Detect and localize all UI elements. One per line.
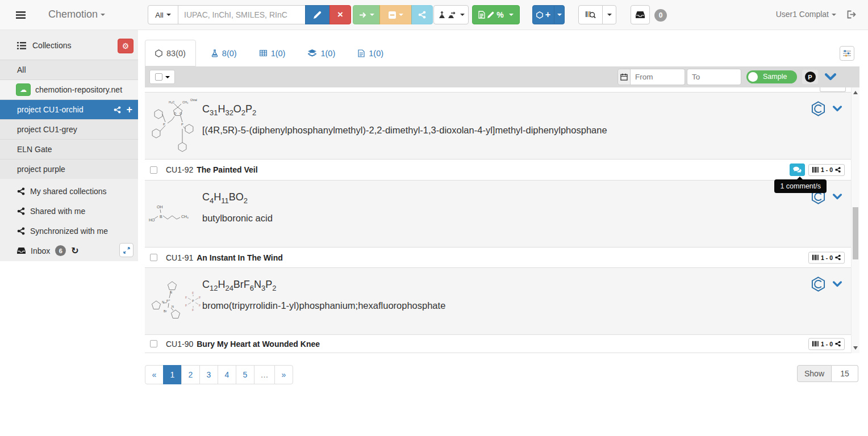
select-all-checkbox[interactable] [155, 73, 162, 81]
page-3[interactable]: 3 [199, 365, 218, 384]
sidebar-item-my-shared-collections[interactable]: My shared collections [0, 181, 138, 201]
refresh-icon[interactable]: ↻ [71, 246, 78, 255]
date-from-input[interactable] [631, 69, 685, 85]
collapse-filter-icon[interactable] [825, 73, 836, 81]
sidebar-link-label: Synchronized with me [30, 227, 108, 236]
select-all-dropdown[interactable] [149, 70, 175, 84]
calendar-icon[interactable] [617, 69, 631, 85]
inbox-button[interactable] [631, 5, 650, 24]
create-sample-button[interactable]: + [532, 5, 554, 24]
clear-search-button[interactable]: × [329, 5, 351, 24]
inbox-expand-button[interactable] [119, 243, 133, 257]
comment-button[interactable] [790, 164, 805, 176]
chevron-down-icon[interactable] [833, 106, 842, 112]
share-icon[interactable] [114, 106, 121, 114]
product-filter-button[interactable]: P [802, 70, 818, 84]
hamburger-icon[interactable] [16, 11, 26, 19]
logout-icon[interactable] [847, 10, 857, 19]
search-input[interactable] [178, 5, 306, 24]
sidebar-item-project-cu1-grey[interactable]: project CU1-grey [0, 119, 138, 139]
molecule-row[interactable]: NNN P⁺Br P FFFFFF C12H24BrF6N3P2 [145, 268, 851, 335]
sample-checkbox[interactable] [150, 254, 157, 261]
sample-row[interactable]: CU1-91An Instant In The Wind 1 - 0 [145, 248, 851, 268]
sidebar-item-project-cu1-orchid[interactable]: project CU1-orchid + [0, 99, 138, 119]
sidebar-item-inbox[interactable]: Inbox 6 ↻ [0, 241, 138, 261]
hexagon-icon [536, 11, 543, 19]
sample-row[interactable]: CU1-90Bury My Heart at Wounded Knee 1 - … [145, 335, 851, 353]
toggle-label: Sample [763, 73, 787, 81]
scanner-group [578, 5, 616, 24]
molecule-row[interactable]: PP OO H₃CCH₃ Chiral C31H32O2P2 [(4R,5R)-… [145, 93, 851, 160]
chevron-down-icon[interactable] [833, 194, 842, 200]
analyses-badge-button[interactable]: 1 - 0 [808, 164, 845, 176]
tab-wellplates[interactable]: 1(0) [251, 40, 294, 66]
gear-icon: ⚙ [122, 41, 130, 51]
date-to-input[interactable] [687, 69, 741, 85]
scanner-menu-button[interactable] [602, 5, 616, 24]
page-size-group: Show [797, 365, 858, 382]
export-import-button[interactable] [433, 5, 469, 24]
scroll-down-arrow[interactable] [853, 346, 858, 350]
share-button[interactable] [411, 5, 433, 24]
svg-text:F: F [185, 304, 187, 307]
sample-row[interactable]: CU1-92The Painted Veil 1 - 0 1 comment/s [145, 160, 851, 181]
page-1[interactable]: 1 [163, 365, 182, 384]
collection-label: project CU1-orchid [17, 105, 84, 114]
sidebar-item-eln-gate[interactable]: ELN Gate [0, 139, 138, 159]
page-next[interactable]: » [274, 365, 293, 384]
sidebar-item-repository[interactable]: ☁ chemotion-repository.net [0, 79, 138, 99]
sidebar-item-project-purple[interactable]: project purple [0, 159, 138, 179]
barcode-scan-button[interactable] [578, 5, 603, 24]
molecule-name: bromo(tripyrrolidin-1-yl)phosphanium;hex… [202, 300, 445, 311]
brand-menu[interactable]: Chemotion [48, 9, 105, 20]
create-menu-button[interactable] [554, 5, 565, 24]
export-import-group [433, 5, 469, 24]
remove-from-collection-button[interactable] [379, 5, 412, 24]
sample-checkbox[interactable] [150, 340, 157, 347]
collection-settings-button[interactable]: ⚙ [118, 39, 133, 53]
user-menu[interactable]: User1 Complat [776, 10, 836, 19]
sidebar-item-all[interactable]: All [0, 60, 138, 79]
page-2[interactable]: 2 [181, 365, 200, 384]
molecule-row[interactable]: OHBHOCH₃ C4H11BO2 butylboronic acid [145, 181, 851, 248]
analyses-badge-button[interactable]: 1 - 0 [808, 338, 845, 350]
sidebar-item-synchronized-with-me[interactable]: Synchronized with me [0, 221, 138, 241]
barcode-icon [812, 255, 819, 261]
page-ellipsis[interactable]: … [254, 365, 275, 384]
page-4[interactable]: 4 [218, 365, 236, 384]
analyses-badge-button[interactable]: 1 - 0 [808, 251, 845, 263]
molecule-hexagon-icon[interactable] [811, 276, 825, 292]
chevron-down-icon[interactable] [833, 281, 842, 287]
chevron-down-icon [557, 14, 562, 16]
tab-research-plans[interactable]: 1(0) [349, 40, 392, 66]
move-to-collection-button[interactable] [353, 5, 380, 24]
list-icon[interactable] [17, 42, 26, 49]
scrollbar-thumb[interactable] [853, 207, 858, 259]
tab-reactions[interactable]: 8(0) [203, 40, 245, 66]
page-5[interactable]: 5 [236, 365, 254, 384]
list-scrollbar[interactable] [851, 87, 859, 353]
chevron-down-icon [101, 14, 105, 16]
svg-text:F: F [185, 296, 187, 299]
svg-text:P⁺: P⁺ [166, 299, 170, 303]
element-tabs: 83(0) 8(0) 1(0) 1(0) 1(0) [145, 40, 392, 66]
sample-checkbox[interactable] [150, 166, 157, 174]
arrow-right-icon [359, 12, 367, 18]
tab-screens[interactable]: 1(0) [299, 40, 344, 66]
plus-icon[interactable]: + [126, 104, 132, 115]
sidebar-item-shared-with-me[interactable]: Shared with me [0, 201, 138, 221]
sample-product-toggle[interactable]: Sample [746, 70, 797, 83]
cloud-icon: ☁ [16, 83, 31, 96]
reaction-flask-icon [211, 49, 218, 57]
page-size-input[interactable] [832, 365, 858, 382]
scroll-up-arrow[interactable] [853, 91, 858, 94]
molecule-hexagon-icon[interactable] [811, 101, 825, 116]
tab-samples[interactable]: 83(0) [145, 40, 196, 66]
svg-text:HO: HO [149, 218, 155, 222]
page-prev[interactable]: « [145, 365, 164, 384]
structure-search-button[interactable] [305, 5, 330, 24]
molecule-structure: PP OO H₃CCH₃ Chiral [149, 97, 201, 155]
list-settings-button[interactable] [840, 46, 854, 61]
search-scope-button[interactable]: All [148, 5, 178, 24]
report-button[interactable]: % [472, 5, 520, 24]
